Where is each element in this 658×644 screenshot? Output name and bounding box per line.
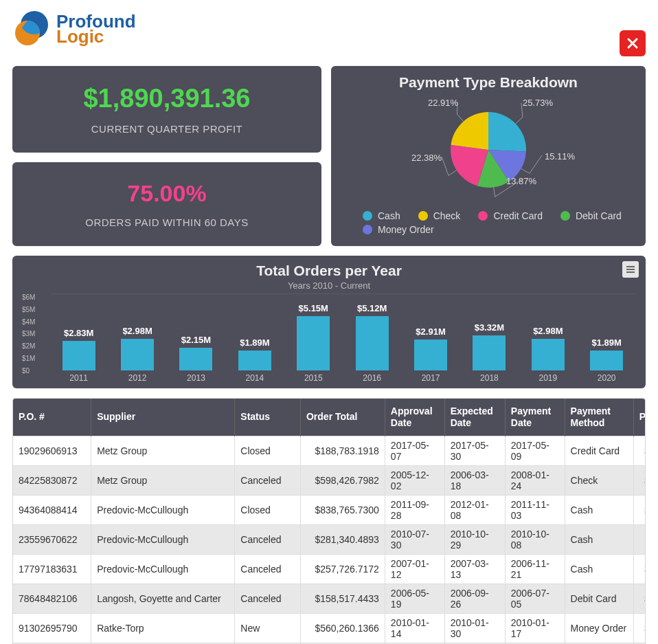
bar[interactable] [238,351,271,370]
legend-item[interactable]: Cash [363,210,400,221]
legend-item[interactable]: Check [418,210,461,221]
table-cell: Cash [565,495,633,524]
close-button[interactable] [620,30,646,56]
bar-year-label: 2013 [187,373,205,383]
bar[interactable] [414,340,447,370]
table-cell: 23559670622 [13,524,91,554]
bar-value-label: $2.15M [181,335,211,345]
table-row[interactable]: 17797183631Predovic-McCulloughCanceled$2… [13,554,645,584]
bar[interactable] [590,351,623,370]
bar-value-label: $5.15M [299,303,328,313]
column-header[interactable]: Payment Date [505,399,565,436]
table-cell: 2007-03-13 [444,554,505,584]
bar[interactable] [532,339,565,370]
bar-column: $5.15M2015 [288,303,339,370]
column-header[interactable]: Supplier [91,399,235,436]
orders-per-year-card: Total Orders per Year Years 2010 - Curre… [12,256,646,388]
bar-year-label: 2017 [422,373,440,383]
bar-column: $3.32M2018 [464,322,514,370]
bar[interactable] [473,335,506,370]
bar-value-label: $1.89M [240,337,269,348]
legend-item[interactable]: Debit Card [560,210,622,221]
table-cell: Canceled [235,584,301,613]
table-cell: $195,3 [633,584,645,613]
legend-item[interactable]: Credit Card [478,210,543,221]
bar-subtitle: Years 2010 - Current [22,280,636,291]
table-cell: 78648482106 [13,584,91,613]
table-cell: $90,0 [633,524,645,554]
pie-slice[interactable] [451,112,488,150]
table-cell: 2006-07-05 [505,584,565,613]
table-cell: $158,517.4433 [300,584,385,613]
table-row[interactable]: 91302695790Ratke-TorpNew$560,260.1366201… [13,613,645,643]
pie-slice[interactable] [488,112,526,152]
column-header[interactable]: Order Total [300,399,385,436]
table-row[interactable]: 23559670622Predovic-McCulloughCanceled$2… [13,524,645,554]
bar[interactable] [63,341,95,370]
y-tick-label: $3M [22,330,35,337]
bar-year-label: 2018 [480,373,499,383]
y-tick-label: $4M [22,318,35,326]
legend-label: Debit Card [576,210,622,221]
chart-menu-button[interactable] [622,261,639,278]
table-cell: $257,726.7172 [300,554,385,584]
column-header[interactable]: Approval Date [385,399,444,436]
kpi-paid-label: ORDERS PAID WITHIN 60 DAYS [19,216,315,228]
table-cell: 2010-01-17 [505,613,565,643]
kpi-profit-value: $1,890,391.36 [19,84,315,113]
table-cell: Langosh, Goyette and Carter [91,584,235,613]
bar-value-label: $1.89M [592,337,622,348]
pie-slice-label: 25.73% [523,98,553,108]
table-cell: Metz Group [91,436,235,465]
table-cell: Canceled [235,524,301,554]
kpi-paid-card: 75.00% ORDERS PAID WITHIN 60 DAYS [12,162,321,246]
table-cell: 2011-09-28 [385,495,444,524]
orders-table: P.O. #SupplierStatusOrder TotalApproval … [12,398,646,644]
column-header[interactable]: Status [235,399,301,436]
table-cell: $598,426.7982 [300,465,385,495]
bar[interactable] [121,339,154,370]
table-cell: 2010-10-29 [444,524,505,554]
bar-column: $2.83M2011 [54,328,104,370]
bar[interactable] [179,348,212,370]
table-cell: Check [565,465,633,495]
brand-line2: Logic [56,27,136,45]
table-cell: $560,260.1366 [300,613,385,643]
table-row[interactable]: 19029606913Metz GroupClosed$188,783.1918… [13,436,645,465]
table-cell: Debit Card [565,584,633,613]
bar[interactable] [356,316,389,370]
table-cell: 2010-10-08 [505,524,565,554]
table-cell: $206,2 [633,613,645,643]
column-header[interactable]: P.O. # [13,399,91,436]
y-tick-label: $1M [22,355,35,362]
table-cell: $838,765.7300 [300,495,385,524]
y-tick-label: $5M [22,306,35,313]
column-header[interactable]: Expected Date [444,399,505,436]
table-cell: 2017-05-09 [505,436,565,465]
column-header[interactable]: Payment Method [565,399,633,436]
bar-value-label: $2.83M [64,328,93,338]
pie-slice-label: 22.91% [428,98,458,108]
legend-swatch [418,211,428,221]
column-header[interactable]: P [633,399,645,436]
table-cell: Closed [235,436,301,465]
bar-year-label: 2016 [363,373,381,383]
y-tick-label: $2M [22,342,35,350]
table-row[interactable]: 78648482106Langosh, Goyette and CarterCa… [13,584,645,613]
bar-value-label: $5.12M [357,303,387,313]
bar[interactable] [297,316,330,370]
table-cell: 2008-01-24 [505,465,565,495]
table-cell: 19029606913 [13,436,91,465]
bar-year-label: 2012 [128,373,147,383]
table-cell: 2005-12-02 [385,465,444,495]
bar-value-label: $2.98M [533,326,563,336]
close-icon [626,36,639,50]
legend-label: Credit Card [493,210,543,221]
table-cell: 2006-09-26 [444,584,505,613]
bar-column: $2.98M2019 [523,326,574,370]
table-cell: 2010-01-30 [444,613,505,643]
table-row[interactable]: 84225830872Metz GroupCanceled$598,426.79… [13,465,645,495]
bar-year-label: 2014 [246,373,264,383]
legend-item[interactable]: Money Order [363,224,434,235]
table-row[interactable]: 94364088414Predovic-McCulloughClosed$838… [13,495,645,524]
